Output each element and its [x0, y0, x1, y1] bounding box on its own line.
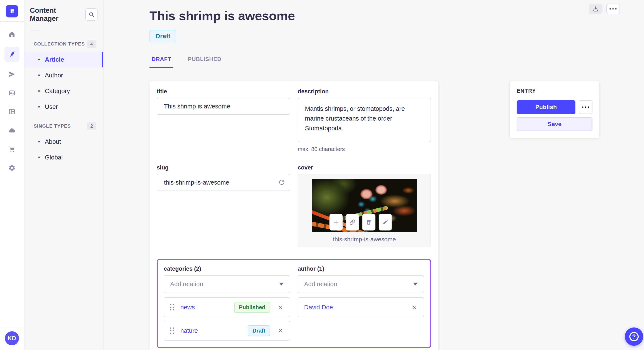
cover-image-wrap — [312, 178, 417, 232]
description-label: description — [298, 88, 431, 95]
page-title: This shrimp is awesome — [150, 8, 295, 23]
more-dots-icon: ••• — [581, 105, 590, 110]
version-tabs: DRAFT PUBLISHED — [150, 56, 644, 68]
entry-panel: ENTRY Publish ••• Save — [510, 81, 599, 138]
search-icon — [88, 11, 94, 17]
collection-types-list: • Article • Author • Category • User — [24, 52, 103, 115]
marketplace-cart-icon[interactable] — [6, 143, 18, 155]
publish-button[interactable]: Publish — [517, 100, 576, 114]
rail-bottom-section: KD — [0, 327, 24, 350]
sidebar-item-author[interactable]: • Author — [24, 67, 103, 83]
cover-edit-button[interactable] — [379, 214, 392, 230]
categories-column: categories (2) Add relation news Publish… — [164, 266, 290, 341]
drag-handle-icon[interactable] — [170, 328, 174, 334]
title-row: This shrimp is awesome ••• — [150, 6, 644, 23]
strapi-logo-icon — [9, 8, 15, 14]
slug-input[interactable] — [157, 174, 290, 191]
sidebar-item-about[interactable]: • About — [24, 134, 103, 150]
title-input[interactable] — [157, 98, 290, 115]
settings-gear-icon[interactable] — [6, 162, 18, 174]
remove-relation-news-button[interactable] — [277, 304, 284, 311]
strapi-logo[interactable] — [6, 5, 18, 17]
remove-relation-author-button[interactable] — [411, 304, 418, 311]
releases-icon[interactable] — [6, 68, 18, 80]
logo-section — [0, 0, 24, 22]
field-slug: slug — [157, 164, 290, 247]
content-manager-icon[interactable] — [4, 47, 20, 62]
chevron-down-icon — [279, 283, 284, 286]
page-header: This shrimp is awesome ••• Draft DRAFT P… — [150, 6, 644, 68]
title-label: title — [157, 88, 290, 95]
link-icon — [349, 219, 356, 226]
content-type-builder-icon[interactable] — [6, 105, 18, 118]
slug-regenerate-button[interactable] — [278, 179, 285, 186]
tab-draft[interactable]: DRAFT — [150, 56, 173, 68]
export-download-button[interactable] — [589, 4, 602, 14]
entry-more-button[interactable]: ••• — [579, 100, 592, 114]
header-actions: ••• — [589, 4, 620, 14]
description-textarea[interactable]: Mantis shrimps, or stomatopods, are mari… — [298, 98, 431, 142]
author-add-relation-select[interactable]: Add relation — [298, 275, 424, 293]
close-icon — [411, 304, 418, 311]
sidebar-item-article[interactable]: • Article — [24, 52, 103, 67]
status-badge-draft: Draft — [248, 325, 270, 336]
relation-row-david-doe: David Doe — [298, 297, 424, 317]
pencil-icon — [382, 219, 389, 226]
relation-link-david-doe[interactable]: David Doe — [304, 304, 333, 311]
media-library-icon[interactable] — [6, 87, 18, 99]
status-badge-published: Published — [234, 302, 270, 313]
relation-link-news[interactable]: news — [180, 304, 195, 311]
download-icon — [592, 6, 599, 12]
drag-handle-icon[interactable] — [170, 304, 174, 311]
search-button[interactable] — [86, 8, 98, 21]
relation-link-nature[interactable]: nature — [180, 327, 198, 334]
remove-relation-nature-button[interactable] — [277, 328, 284, 334]
home-icon[interactable] — [6, 28, 18, 40]
cover-add-button[interactable] — [330, 214, 343, 230]
bullet-icon: • — [38, 104, 40, 110]
author-label: author (1) — [298, 266, 424, 272]
strapi-admin-app: KD Content Manager COLLECTION TYPES 4 • … — [0, 0, 644, 350]
header-more-button[interactable]: ••• — [606, 4, 620, 14]
collection-types-label: COLLECTION TYPES — [34, 41, 85, 47]
content-row: title description Mantis shrimps, or sto… — [150, 81, 644, 350]
bullet-icon: • — [38, 138, 40, 145]
bullet-icon: • — [38, 56, 40, 63]
close-icon — [277, 328, 284, 334]
categories-add-relation-select[interactable]: Add relation — [164, 275, 290, 293]
app-icon-rail: KD — [0, 0, 24, 350]
entry-actions-row: Publish ••• — [517, 100, 592, 114]
chevron-down-icon — [413, 283, 418, 286]
bullet-icon: • — [38, 88, 40, 94]
categories-label: categories (2) — [164, 266, 290, 272]
close-icon — [277, 304, 284, 311]
deploy-cloud-icon[interactable] — [6, 124, 18, 137]
sidebar-item-global[interactable]: • Global — [24, 150, 103, 165]
save-button[interactable]: Save — [517, 117, 592, 131]
bullet-icon: • — [38, 72, 40, 78]
field-description: description Mantis shrimps, or stomatopo… — [298, 88, 431, 153]
sidebar-item-user[interactable]: • User — [24, 99, 103, 115]
field-cover: cover — [298, 164, 431, 247]
single-types-count-badge: 2 — [87, 122, 96, 130]
cover-delete-button[interactable] — [362, 214, 376, 230]
rail-icon-nav — [0, 22, 24, 327]
bullet-icon: • — [38, 154, 40, 161]
help-button[interactable]: ? — [625, 328, 643, 346]
collection-types-header: COLLECTION TYPES 4 — [30, 38, 98, 50]
subnav-title: Content Manager — [30, 6, 86, 22]
collection-types-count-badge: 4 — [87, 40, 96, 48]
cover-copy-link-button[interactable] — [346, 214, 359, 230]
subnav-divider — [31, 30, 40, 30]
sidebar-item-category[interactable]: • Category — [24, 83, 103, 99]
tab-published[interactable]: PUBLISHED — [186, 56, 224, 68]
entry-status-badge: Draft — [150, 30, 176, 42]
question-mark-icon: ? — [629, 332, 639, 341]
slug-input-wrap — [157, 174, 290, 191]
description-helper: max. 80 characters — [298, 146, 431, 153]
refresh-icon — [278, 179, 285, 186]
cover-panel: this-shrimp-is-awesome — [298, 174, 431, 247]
cover-label: cover — [298, 164, 431, 171]
user-avatar[interactable]: KD — [5, 331, 19, 345]
edit-form-card: title description Mantis shrimps, or sto… — [150, 81, 438, 350]
